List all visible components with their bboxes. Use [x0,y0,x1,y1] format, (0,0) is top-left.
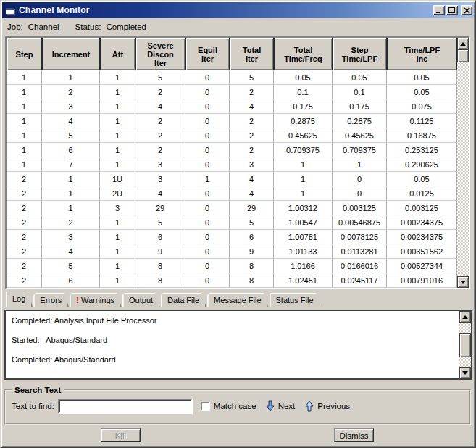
titlebar-buttons [433,5,472,15]
table-row: 2618081.024510.02451170.00791016 [7,273,457,288]
table-cell: 29 [135,201,185,215]
table-cell: 4 [230,172,274,186]
kill-button[interactable]: Kill [101,428,141,442]
tab-output[interactable]: Output [122,293,160,307]
table-cell: 1 [274,157,333,172]
down-arrow-icon [266,400,275,412]
table-cell: 1 [42,70,100,85]
log-scrollbar[interactable] [459,311,471,378]
tab-label: Status File [276,296,314,304]
log-scroll-track[interactable] [459,323,471,367]
table-cell: 2 [135,143,185,157]
next-button[interactable]: Next [266,400,296,412]
job-label: Job: [7,22,23,31]
titlebar[interactable]: Channel Monitor [2,2,474,18]
table-cell: 3 [42,230,100,244]
tab-message-file[interactable]: Message File [207,293,268,307]
table-cell: 2 [230,128,274,143]
previous-button[interactable]: Previous [305,400,350,412]
table-cell: 0 [333,172,387,186]
table-cell: 0 [185,215,230,230]
table-cell: 1 [7,157,42,172]
tab-log[interactable]: Log [6,291,33,307]
table-cell: 0.0166016 [333,259,387,273]
file-tabs: LogErrors!WarningsOutputData FileMessage… [6,291,475,307]
table-cell: 0 [185,157,230,172]
table-cell: 2 [230,85,274,99]
table-body: 1115050.050.050.051212020.10.10.05131404… [7,70,457,288]
table-cell: 1 [100,215,135,230]
table-cell: 1 [7,99,42,114]
table-cell: 4 [230,186,274,201]
table-cell: 0.075 [387,99,457,114]
table-cell: 2 [7,273,42,288]
table-cell: 0 [185,230,230,244]
table-cell: 1 [100,143,135,157]
table-scroll-thumb[interactable] [457,49,469,62]
table-cell: 29 [230,201,274,215]
table-row: 211U314100.05 [7,172,457,186]
table-row: 2419091.011330.01132810.00351562 [7,244,457,259]
tab-errors[interactable]: Errors [33,293,69,307]
column-header: Att [100,38,135,70]
table-row: 1412020.28750.28750.1125 [7,114,457,128]
table-row: 1314040.1750.1750.075 [7,99,457,114]
table-scroll-up-button[interactable] [457,38,469,49]
up-triangle-icon [462,315,468,319]
tab-label: Warnings [81,296,114,304]
dismiss-button[interactable]: Dismiss [334,428,374,442]
table-cell: 1U [100,172,135,186]
table-cell: 0 [185,143,230,157]
table-cell: 0 [185,273,230,288]
table-cell: 0.0125 [387,186,457,201]
table-cell: 0 [185,128,230,143]
table-cell: 0.05 [333,70,387,85]
job-value: Channel [28,22,59,31]
tab-warnings[interactable]: !Warnings [70,293,122,307]
table-cell: 1.00781 [274,230,333,244]
table-cell: 0.05 [274,70,333,85]
table-cell: 7 [42,157,100,172]
text-to-find-label: Text to find: [12,402,54,410]
maximize-button[interactable] [446,5,458,15]
tab-data-file[interactable]: Data File [161,293,206,307]
log-scroll-thumb[interactable] [459,333,471,357]
table-cell: 4 [230,99,274,114]
tab-label: Log [12,294,25,303]
table-cell: 2 [42,215,100,230]
close-button[interactable] [461,5,472,15]
table-cell: 1 [100,70,135,85]
table-cell: 1 [100,128,135,143]
search-input[interactable] [58,399,193,414]
table-cell: 1 [100,230,135,244]
table-cell: 0.003125 [387,201,457,215]
down-triangle-icon [460,281,466,284]
minimize-button[interactable] [433,5,445,15]
table-cell: 0.175 [274,99,333,114]
table-cell: 3 [42,99,100,114]
table-cell: 2U [100,186,135,201]
tab-status-file[interactable]: Status File [270,293,321,307]
table-cell: 0.00234375 [387,215,457,230]
log-scroll-down-button[interactable] [459,367,471,378]
table-row: 2518081.01660.01660160.00527344 [7,259,457,273]
match-case-checkbox[interactable] [201,402,210,411]
log-panel[interactable]: Completed: Analysis Input File Processor… [4,310,472,380]
table-cell: 1 [100,273,135,288]
table-cell: 4 [42,244,100,259]
table-cell: 9 [135,244,185,259]
previous-label: Previous [317,402,350,410]
table-scroll-down-button[interactable] [457,276,469,288]
table-cell: 1 [7,85,42,99]
table-row: 1612020.7093750.7093750.253125 [7,143,457,157]
tab-label: Errors [40,296,62,304]
table-cell: 1.0166 [274,259,333,273]
log-scroll-up-button[interactable] [459,311,471,323]
table-cell: 0.1125 [387,114,457,128]
table-cell: 0.00791016 [387,273,457,288]
table-scroll-track[interactable] [457,49,469,276]
table-cell: 6 [230,230,274,244]
table-scrollbar[interactable] [457,38,469,288]
table-cell: 0.45625 [333,128,387,143]
match-case-label: Match case [214,402,256,410]
